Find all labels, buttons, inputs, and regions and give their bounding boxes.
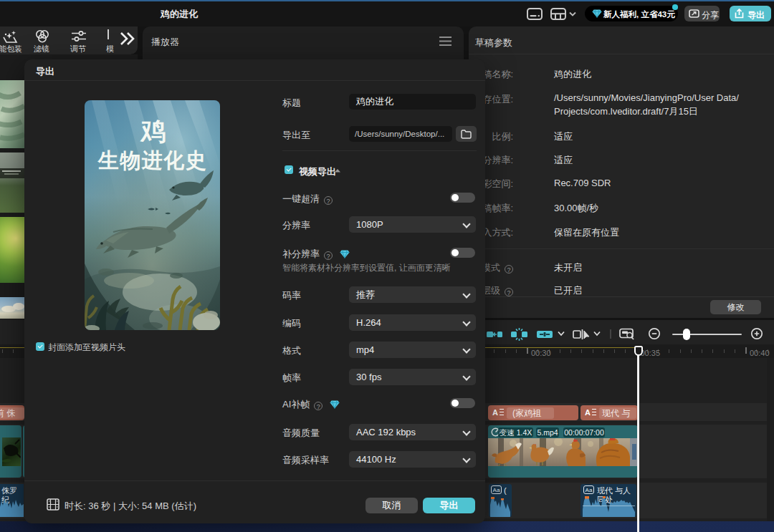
svg-text:生物进化史: 生物进化史 — [97, 149, 208, 172]
svg-text:鸡: 鸡 — [140, 117, 166, 145]
